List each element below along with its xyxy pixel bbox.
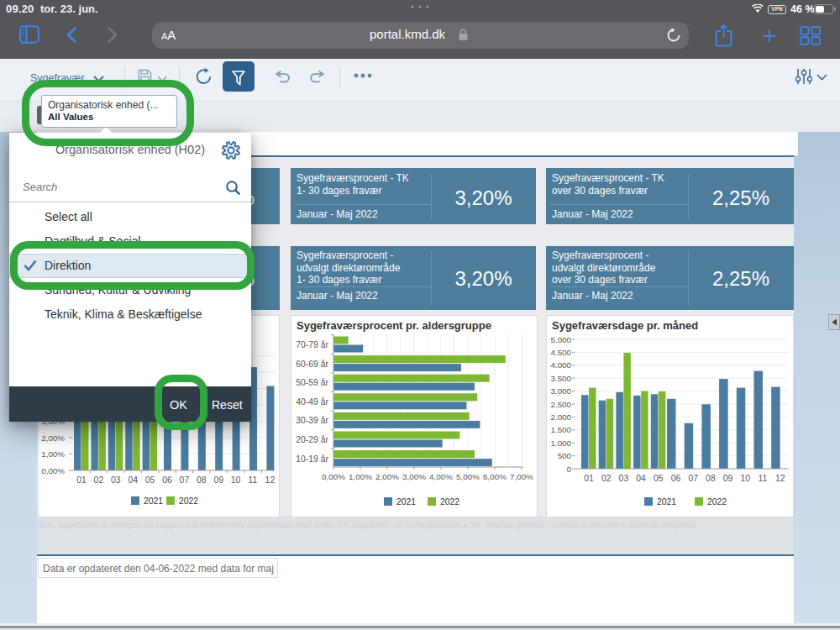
svg-text:3.000: 3.000 — [550, 386, 571, 396]
svg-text:50-59 år: 50-59 år — [296, 378, 328, 387]
svg-text:1.500: 1.500 — [550, 425, 571, 434]
svg-text:07: 07 — [180, 475, 190, 485]
svg-text:Sygefraværsdage pr. måned: Sygefraværsdage pr. måned — [552, 319, 698, 332]
svg-text:5,00%: 5,00% — [456, 472, 480, 481]
svg-text:1.000: 1.000 — [550, 438, 571, 448]
svg-text:4.500: 4.500 — [550, 348, 571, 357]
svg-text:70-79 år: 70-79 år — [296, 340, 328, 349]
svg-text:09: 09 — [723, 474, 733, 483]
svg-text:3,00%: 3,00% — [402, 472, 426, 481]
svg-text:07: 07 — [688, 474, 698, 483]
svg-text:11: 11 — [759, 474, 768, 483]
svg-text:10: 10 — [231, 475, 241, 485]
svg-text:0,00%: 0,00% — [41, 466, 65, 475]
svg-text:2022: 2022 — [707, 497, 727, 507]
svg-text:40-49 år: 40-49 år — [296, 397, 328, 407]
svg-text:30-39 år: 30-39 år — [296, 416, 328, 425]
svg-text:1,00%: 1,00% — [41, 449, 65, 459]
svg-text:3.500: 3.500 — [550, 374, 571, 383]
svg-text:2,00%: 2,00% — [41, 433, 65, 443]
svg-text:4.000: 4.000 — [550, 360, 571, 370]
svg-text:1,00%: 1,00% — [349, 472, 372, 481]
svg-text:500: 500 — [558, 451, 572, 460]
svg-text:03: 03 — [111, 475, 121, 485]
svg-text:05: 05 — [145, 475, 155, 485]
svg-text:02: 02 — [94, 475, 104, 485]
svg-text:4,00%: 4,00% — [429, 472, 453, 481]
svg-text:06: 06 — [162, 475, 172, 485]
svg-text:10: 10 — [741, 474, 751, 483]
svg-text:02: 02 — [601, 474, 612, 483]
svg-text:60-69 år: 60-69 år — [296, 360, 328, 369]
svg-text:5.000: 5.000 — [550, 335, 571, 344]
svg-text:03: 03 — [619, 474, 629, 483]
svg-text:6,00%: 6,00% — [483, 472, 507, 481]
svg-text:01: 01 — [584, 474, 594, 483]
svg-text:11: 11 — [249, 475, 258, 485]
svg-text:04: 04 — [636, 474, 646, 483]
svg-text:09: 09 — [213, 475, 223, 485]
svg-text:Sygefraværsprocent pr. aldersg: Sygefraværsprocent pr. aldersgruppe — [297, 319, 491, 332]
svg-text:2022: 2022 — [179, 496, 198, 506]
svg-text:08: 08 — [706, 474, 716, 483]
svg-text:20-29 år: 20-29 år — [296, 435, 328, 444]
svg-text:2,00%: 2,00% — [375, 472, 399, 481]
svg-text:05: 05 — [654, 474, 664, 483]
svg-text:08: 08 — [197, 475, 207, 485]
svg-text:0: 0 — [567, 465, 572, 474]
svg-text:7,00%: 7,00% — [510, 472, 533, 481]
svg-text:2022: 2022 — [440, 497, 459, 507]
svg-text:06: 06 — [671, 474, 681, 483]
svg-text:12: 12 — [775, 474, 785, 483]
svg-text:2.500: 2.500 — [550, 400, 571, 409]
svg-text:04: 04 — [128, 475, 138, 485]
svg-text:01: 01 — [76, 475, 87, 485]
svg-text:2021: 2021 — [396, 497, 416, 507]
svg-text:2021: 2021 — [657, 497, 676, 507]
svg-text:2021: 2021 — [144, 496, 163, 506]
svg-text:12: 12 — [265, 475, 276, 485]
svg-text:2.000: 2.000 — [550, 412, 571, 422]
svg-text:0,00%: 0,00% — [322, 472, 345, 481]
svg-text:10-19 år: 10-19 år — [296, 454, 328, 464]
